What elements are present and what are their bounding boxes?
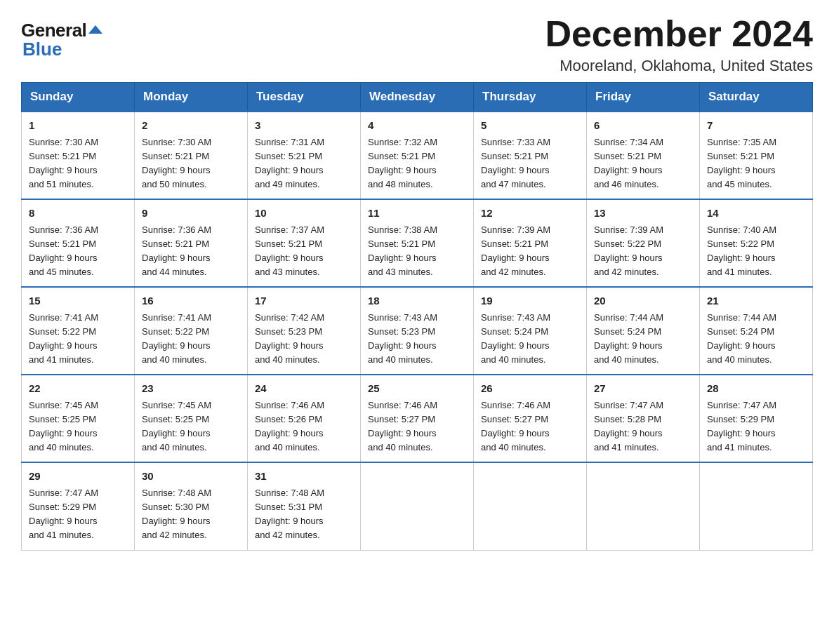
calendar-day-5: 5 Sunrise: 7:33 AMSunset: 5:21 PMDayligh… (474, 112, 587, 199)
day-number: 11 (368, 206, 466, 222)
calendar-week-row-1: 1 Sunrise: 7:30 AMSunset: 5:21 PMDayligh… (22, 112, 813, 199)
calendar-weekday-tuesday: Tuesday (248, 83, 361, 112)
day-info: Sunrise: 7:48 AMSunset: 5:30 PMDaylight:… (142, 488, 211, 540)
calendar-weekday-thursday: Thursday (474, 83, 587, 112)
day-number: 31 (255, 469, 353, 485)
day-number: 18 (368, 293, 466, 309)
calendar-day-8: 8 Sunrise: 7:36 AMSunset: 5:21 PMDayligh… (22, 199, 135, 287)
calendar-day-9: 9 Sunrise: 7:36 AMSunset: 5:21 PMDayligh… (135, 199, 248, 287)
day-number: 17 (255, 293, 353, 309)
day-number: 24 (255, 381, 353, 397)
day-info: Sunrise: 7:37 AMSunset: 5:21 PMDaylight:… (255, 224, 324, 277)
day-info: Sunrise: 7:30 AMSunset: 5:21 PMDaylight:… (29, 137, 98, 189)
calendar-day-6: 6 Sunrise: 7:34 AMSunset: 5:21 PMDayligh… (587, 112, 700, 199)
day-number: 30 (142, 469, 240, 485)
calendar-day-11: 11 Sunrise: 7:38 AMSunset: 5:21 PMDaylig… (361, 199, 474, 287)
calendar-week-row-3: 15 Sunrise: 7:41 AMSunset: 5:22 PMDaylig… (22, 287, 813, 375)
day-info: Sunrise: 7:46 AMSunset: 5:26 PMDaylight:… (255, 400, 324, 452)
calendar-empty-cell (587, 462, 700, 550)
day-number: 5 (481, 118, 579, 134)
day-number: 28 (707, 381, 805, 397)
day-number: 3 (255, 118, 353, 134)
day-info: Sunrise: 7:42 AMSunset: 5:23 PMDaylight:… (255, 312, 324, 365)
day-number: 4 (368, 118, 466, 134)
calendar-day-4: 4 Sunrise: 7:32 AMSunset: 5:21 PMDayligh… (361, 112, 474, 199)
calendar-weekday-monday: Monday (135, 83, 248, 112)
day-info: Sunrise: 7:47 AMSunset: 5:28 PMDaylight:… (594, 400, 663, 452)
day-number: 6 (594, 118, 692, 134)
day-info: Sunrise: 7:30 AMSunset: 5:21 PMDaylight:… (142, 137, 211, 189)
header: General Blue December 2024 Mooreland, Ok… (21, 14, 813, 75)
logo: General Blue (21, 14, 102, 60)
day-info: Sunrise: 7:46 AMSunset: 5:27 PMDaylight:… (368, 400, 437, 452)
calendar-day-16: 16 Sunrise: 7:41 AMSunset: 5:22 PMDaylig… (135, 287, 248, 375)
calendar-day-25: 25 Sunrise: 7:46 AMSunset: 5:27 PMDaylig… (361, 375, 474, 462)
day-info: Sunrise: 7:46 AMSunset: 5:27 PMDaylight:… (481, 400, 550, 452)
calendar-day-22: 22 Sunrise: 7:45 AMSunset: 5:25 PMDaylig… (22, 375, 135, 462)
calendar-day-3: 3 Sunrise: 7:31 AMSunset: 5:21 PMDayligh… (248, 112, 361, 199)
calendar-day-29: 29 Sunrise: 7:47 AMSunset: 5:29 PMDaylig… (22, 462, 135, 550)
calendar-day-30: 30 Sunrise: 7:48 AMSunset: 5:30 PMDaylig… (135, 462, 248, 550)
calendar-week-row-2: 8 Sunrise: 7:36 AMSunset: 5:21 PMDayligh… (22, 199, 813, 287)
calendar-day-28: 28 Sunrise: 7:47 AMSunset: 5:29 PMDaylig… (700, 375, 813, 462)
day-info: Sunrise: 7:48 AMSunset: 5:31 PMDaylight:… (255, 488, 324, 540)
page-subtitle: Mooreland, Oklahoma, United States (545, 57, 813, 75)
day-number: 29 (29, 469, 127, 485)
day-info: Sunrise: 7:33 AMSunset: 5:21 PMDaylight:… (481, 137, 550, 189)
day-number: 20 (594, 293, 692, 309)
calendar-week-row-4: 22 Sunrise: 7:45 AMSunset: 5:25 PMDaylig… (22, 375, 813, 462)
calendar-day-24: 24 Sunrise: 7:46 AMSunset: 5:26 PMDaylig… (248, 375, 361, 462)
calendar-day-20: 20 Sunrise: 7:44 AMSunset: 5:24 PMDaylig… (587, 287, 700, 375)
page: General Blue December 2024 Mooreland, Ok… (0, 0, 834, 572)
calendar-empty-cell (361, 462, 474, 550)
day-number: 26 (481, 381, 579, 397)
calendar-day-23: 23 Sunrise: 7:45 AMSunset: 5:25 PMDaylig… (135, 375, 248, 462)
day-info: Sunrise: 7:36 AMSunset: 5:21 PMDaylight:… (142, 224, 211, 277)
day-info: Sunrise: 7:39 AMSunset: 5:21 PMDaylight:… (481, 224, 550, 277)
day-number: 7 (707, 118, 805, 134)
calendar-weekday-sunday: Sunday (22, 83, 135, 112)
calendar-day-7: 7 Sunrise: 7:35 AMSunset: 5:21 PMDayligh… (700, 112, 813, 199)
calendar-day-31: 31 Sunrise: 7:48 AMSunset: 5:31 PMDaylig… (248, 462, 361, 550)
calendar-day-15: 15 Sunrise: 7:41 AMSunset: 5:22 PMDaylig… (22, 287, 135, 375)
calendar-day-26: 26 Sunrise: 7:46 AMSunset: 5:27 PMDaylig… (474, 375, 587, 462)
day-number: 27 (594, 381, 692, 397)
day-info: Sunrise: 7:43 AMSunset: 5:24 PMDaylight:… (481, 312, 550, 365)
day-info: Sunrise: 7:45 AMSunset: 5:25 PMDaylight:… (142, 400, 211, 452)
calendar-day-12: 12 Sunrise: 7:39 AMSunset: 5:21 PMDaylig… (474, 199, 587, 287)
day-info: Sunrise: 7:41 AMSunset: 5:22 PMDaylight:… (142, 312, 211, 365)
day-info: Sunrise: 7:39 AMSunset: 5:22 PMDaylight:… (594, 224, 663, 277)
day-info: Sunrise: 7:35 AMSunset: 5:21 PMDaylight:… (707, 137, 776, 189)
calendar-day-14: 14 Sunrise: 7:40 AMSunset: 5:22 PMDaylig… (700, 199, 813, 287)
calendar-day-21: 21 Sunrise: 7:44 AMSunset: 5:24 PMDaylig… (700, 287, 813, 375)
day-number: 16 (142, 293, 240, 309)
calendar-day-27: 27 Sunrise: 7:47 AMSunset: 5:28 PMDaylig… (587, 375, 700, 462)
day-number: 2 (142, 118, 240, 134)
day-info: Sunrise: 7:31 AMSunset: 5:21 PMDaylight:… (255, 137, 324, 189)
calendar-week-row-5: 29 Sunrise: 7:47 AMSunset: 5:29 PMDaylig… (22, 462, 813, 550)
day-info: Sunrise: 7:44 AMSunset: 5:24 PMDaylight:… (707, 312, 776, 365)
day-number: 9 (142, 206, 240, 222)
calendar-day-19: 19 Sunrise: 7:43 AMSunset: 5:24 PMDaylig… (474, 287, 587, 375)
day-number: 19 (481, 293, 579, 309)
calendar-weekday-saturday: Saturday (700, 83, 813, 112)
calendar-empty-cell (474, 462, 587, 550)
day-number: 10 (255, 206, 353, 222)
day-info: Sunrise: 7:38 AMSunset: 5:21 PMDaylight:… (368, 224, 437, 277)
calendar-day-1: 1 Sunrise: 7:30 AMSunset: 5:21 PMDayligh… (22, 112, 135, 199)
calendar-day-13: 13 Sunrise: 7:39 AMSunset: 5:22 PMDaylig… (587, 199, 700, 287)
calendar-weekday-wednesday: Wednesday (361, 83, 474, 112)
day-number: 1 (29, 118, 127, 134)
day-number: 23 (142, 381, 240, 397)
calendar-day-2: 2 Sunrise: 7:30 AMSunset: 5:21 PMDayligh… (135, 112, 248, 199)
day-number: 15 (29, 293, 127, 309)
day-info: Sunrise: 7:41 AMSunset: 5:22 PMDaylight:… (29, 312, 98, 365)
day-info: Sunrise: 7:36 AMSunset: 5:21 PMDaylight:… (29, 224, 98, 277)
calendar-table: SundayMondayTuesdayWednesdayThursdayFrid… (21, 82, 813, 550)
day-info: Sunrise: 7:45 AMSunset: 5:25 PMDaylight:… (29, 400, 98, 452)
day-number: 22 (29, 381, 127, 397)
day-number: 14 (707, 206, 805, 222)
calendar-weekday-friday: Friday (587, 83, 700, 112)
day-info: Sunrise: 7:47 AMSunset: 5:29 PMDaylight:… (29, 488, 98, 540)
calendar-header-row: SundayMondayTuesdayWednesdayThursdayFrid… (22, 83, 813, 112)
